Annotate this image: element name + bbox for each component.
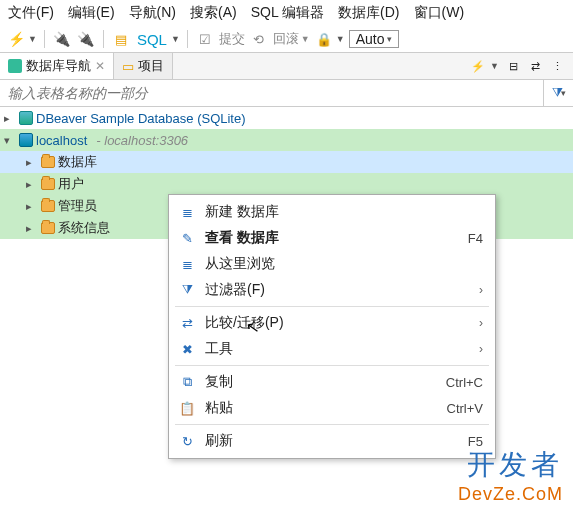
menu-item-icon: ≣ (179, 257, 195, 272)
chevron-right-icon[interactable] (26, 156, 38, 169)
menu-item-shortcut: Ctrl+V (447, 401, 483, 416)
menu-file[interactable]: 文件(F) (8, 4, 54, 22)
dropdown-arrow-icon[interactable]: ▼ (490, 61, 499, 71)
menu-item-icon: ≣ (179, 205, 195, 220)
separator (187, 30, 188, 48)
view-tabs: 数据库导航 ✕ ▭ 项目 ⚡ ▼ ⊟ ⇄ ⋮ (0, 53, 573, 80)
tree-folder-databases[interactable]: 数据库 (0, 151, 573, 173)
connection-item-sqlite[interactable]: DBeaver Sample Database (SQLite) (0, 107, 573, 129)
chevron-right-icon[interactable] (26, 178, 38, 191)
menu-item-icon: ⧉ (179, 374, 195, 390)
sql-button[interactable]: SQL (137, 31, 167, 48)
rollback-button[interactable]: 回滚 (273, 30, 299, 48)
dropdown-arrow-icon: ▾ (387, 34, 392, 44)
dropdown-arrow-icon[interactable]: ▼ (301, 34, 310, 44)
context-menu-item[interactable]: ✖工具› (169, 336, 495, 362)
tree-folder-users[interactable]: 用户 (0, 173, 573, 195)
dropdown-arrow-icon[interactable]: ▼ (336, 34, 345, 44)
autocommit-label: Auto (356, 31, 385, 47)
menu-item-shortcut: Ctrl+C (446, 375, 483, 390)
folder-label: 系统信息 (58, 219, 110, 237)
context-menu-item[interactable]: ≣从这里浏览 (169, 251, 495, 277)
plug-connect-icon[interactable]: 🔌 (52, 29, 72, 49)
menu-edit[interactable]: 编辑(E) (68, 4, 115, 22)
folder-icon (41, 178, 55, 190)
chevron-right-icon[interactable] (26, 222, 38, 235)
context-menu-item[interactable]: ⧩过滤器(F)› (169, 277, 495, 303)
context-menu-item[interactable]: ⇄比较/迁移(P)› (169, 310, 495, 336)
commit-button[interactable]: 提交 (219, 30, 245, 48)
menu-item-icon: ⇄ (179, 316, 195, 331)
connection-label: localhost (36, 133, 87, 148)
menu-item-label: 刷新 (205, 432, 458, 450)
menu-item-label: 过滤器(F) (205, 281, 469, 299)
folder-label: 管理员 (58, 197, 97, 215)
projects-icon: ▭ (122, 59, 134, 74)
separator (103, 30, 104, 48)
menu-sql-editor[interactable]: SQL 编辑器 (251, 4, 324, 22)
mysql-icon (19, 133, 33, 147)
menu-search[interactable]: 搜索(A) (190, 4, 237, 22)
tab-projects[interactable]: ▭ 项目 (114, 53, 173, 79)
connect-icon[interactable]: ⚡ (6, 29, 26, 49)
folder-icon (41, 222, 55, 234)
watermark: 开发者 DevZe.CoM (458, 446, 563, 505)
filter-icon[interactable]: ⧩▾ (543, 80, 573, 106)
context-menu-separator (175, 424, 489, 425)
folder-label: 用户 (58, 175, 84, 193)
tab-database-navigator[interactable]: 数据库导航 ✕ (0, 53, 114, 79)
submenu-arrow-icon: › (479, 283, 483, 297)
context-menu-separator (175, 306, 489, 307)
tab-label: 项目 (138, 57, 164, 75)
lock-icon[interactable]: 🔒 (314, 29, 334, 49)
menu-database[interactable]: 数据库(D) (338, 4, 399, 22)
submenu-arrow-icon: › (479, 342, 483, 356)
main-toolbar: ⚡ ▼ 🔌 🔌 ▤ SQL ▼ ☑ 提交 ⟲ 回滚 ▼ 🔒 ▼ Auto ▾ (0, 26, 573, 53)
context-menu-item[interactable]: ✎查看 数据库F4 (169, 225, 495, 251)
menu-item-label: 复制 (205, 373, 436, 391)
separator (44, 30, 45, 48)
context-menu-item[interactable]: ≣新建 数据库 (169, 199, 495, 225)
search-input[interactable] (0, 80, 543, 106)
menu-navigate[interactable]: 导航(N) (129, 4, 176, 22)
connection-hint: - localhost:3306 (96, 133, 188, 148)
connection-label: DBeaver Sample Database (SQLite) (36, 111, 246, 126)
watermark-line2: DevZe.CoM (458, 484, 563, 505)
menu-item-icon: ⧩ (179, 282, 195, 298)
plug-disconnect-icon[interactable]: 🔌 (76, 29, 96, 49)
rollback-icon[interactable]: ⟲ (249, 29, 269, 49)
close-icon[interactable]: ✕ (95, 59, 105, 73)
commit-icon[interactable]: ☑ (195, 29, 215, 49)
collapse-icon[interactable]: ⊟ (505, 58, 521, 74)
sqlite-icon (19, 111, 33, 125)
connection-item-localhost[interactable]: localhost - localhost:3306 (0, 129, 573, 151)
menu-item-label: 工具 (205, 340, 469, 358)
autocommit-selector[interactable]: Auto ▾ (349, 30, 399, 48)
dropdown-arrow-icon[interactable]: ▼ (171, 34, 180, 44)
context-menu-item[interactable]: ⧉复制Ctrl+C (169, 369, 495, 395)
menu-item-icon: 📋 (179, 401, 195, 416)
new-connection-icon[interactable]: ⚡ (470, 58, 486, 74)
folder-icon (41, 200, 55, 212)
menu-item-icon: ✎ (179, 231, 195, 246)
tabs-toolbar: ⚡ ▼ ⊟ ⇄ ⋮ (470, 58, 573, 74)
main-menu-bar: 文件(F) 编辑(E) 导航(N) 搜索(A) SQL 编辑器 数据库(D) 窗… (0, 0, 573, 26)
menu-item-icon: ✖ (179, 342, 195, 357)
view-menu-icon[interactable]: ⋮ (549, 58, 565, 74)
navigator-search: ⧩▾ (0, 80, 573, 107)
context-menu-item[interactable]: ↻刷新F5 (169, 428, 495, 454)
menu-item-label: 查看 数据库 (205, 229, 458, 247)
watermark-line1: 开发者 (458, 446, 563, 484)
menu-window[interactable]: 窗口(W) (414, 4, 465, 22)
submenu-arrow-icon: › (479, 316, 483, 330)
chevron-right-icon[interactable] (26, 200, 38, 213)
link-editor-icon[interactable]: ⇄ (527, 58, 543, 74)
chevron-down-icon[interactable] (4, 134, 16, 147)
context-menu-item[interactable]: 📋粘贴Ctrl+V (169, 395, 495, 421)
tab-label: 数据库导航 (26, 57, 91, 75)
chevron-right-icon[interactable] (4, 112, 16, 125)
sql-script-icon[interactable]: ▤ (111, 29, 131, 49)
menu-item-shortcut: F4 (468, 231, 483, 246)
menu-item-label: 从这里浏览 (205, 255, 483, 273)
dropdown-arrow-icon[interactable]: ▼ (28, 34, 37, 44)
